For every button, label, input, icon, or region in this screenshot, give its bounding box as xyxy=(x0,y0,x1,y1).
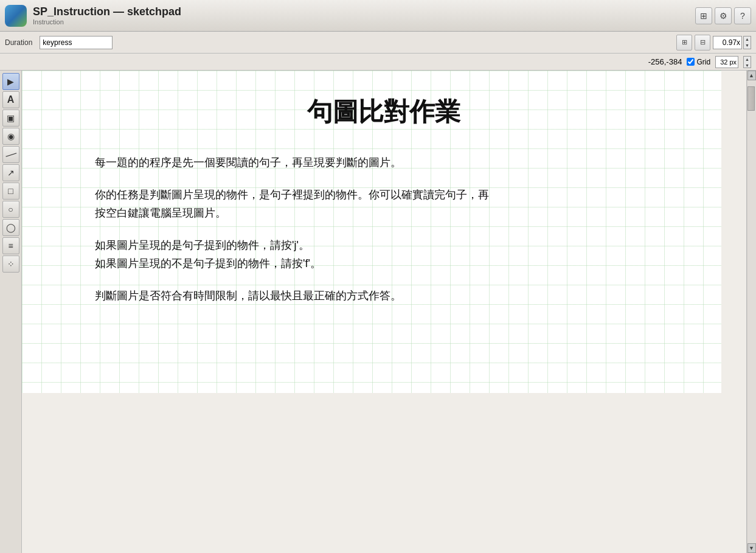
rect-icon: □ xyxy=(8,186,13,196)
coords-display: -256,-384 xyxy=(648,57,682,66)
help-icon: ? xyxy=(740,11,745,21)
rect-tool-btn[interactable]: □ xyxy=(2,183,19,200)
grid-checkbox-label[interactable]: Grid xyxy=(687,58,710,66)
settings-icon: ⚙ xyxy=(720,11,727,21)
canvas-paragraph-4: 判斷圖片是否符合有時間限制，請以最快且最正確的方式作答。 xyxy=(95,287,673,305)
toolbar: Duration ⊞ ⊟ ▲ ▼ xyxy=(0,32,756,54)
image-tool-btn[interactable]: ▣ xyxy=(2,110,19,127)
help-button[interactable]: ? xyxy=(734,7,751,24)
dots-icon: ⁘ xyxy=(7,259,15,269)
grid-checkbox[interactable] xyxy=(687,58,695,66)
zoom-down-icon[interactable]: ▼ xyxy=(744,43,751,49)
canvas-body: 每一題的的程序是先一個要閱讀的句子，再呈現要判斷的圖片。 你的任務是判斷圖片呈現… xyxy=(95,153,673,305)
line-icon: ╱ xyxy=(5,150,16,160)
main-area: ▶ A ▣ ◉ ╱ ↗ □ ○ ◯ ≡ ⁘ 句圖比對作業 每一題的的程序是先一個… xyxy=(0,71,756,553)
zoom-spinner[interactable]: ▲ ▼ xyxy=(743,36,751,49)
align-icon-btn[interactable]: ⊟ xyxy=(695,35,710,50)
scroll-down-arrow[interactable]: ▼ xyxy=(747,543,756,553)
app-name: SP_Instruction xyxy=(33,5,110,18)
zoom-input[interactable] xyxy=(713,36,742,49)
hatch-tool-btn[interactable]: ≡ xyxy=(2,237,19,254)
scroll-up-arrow[interactable]: ▲ xyxy=(747,71,756,80)
canvas-title: 句圖比對作業 xyxy=(95,95,673,129)
arrow-icon: ↗ xyxy=(7,168,15,178)
canvas-paragraph-3: 如果圖片呈現的是句子提到的物件，請按'j'。如果圖片呈現的不是句子提到的物件，請… xyxy=(95,236,673,273)
zoom-up-icon[interactable]: ▲ xyxy=(744,37,751,43)
scroll-thumb[interactable] xyxy=(747,86,755,111)
hatch-icon: ≡ xyxy=(8,241,13,251)
app-icon xyxy=(5,5,27,27)
select-icon: ▶ xyxy=(7,77,14,86)
select-tool-btn[interactable]: ▶ xyxy=(2,73,19,90)
canvas-content: 句圖比對作業 每一題的的程序是先一個要閱讀的句子，再呈現要判斷的圖片。 你的任務… xyxy=(22,71,721,343)
grid-up-icon[interactable]: ▲ xyxy=(744,57,751,63)
canvas-scrollbar: ▲ ▼ xyxy=(746,71,756,553)
app-subtitle: Instruction xyxy=(33,18,181,26)
eye-tool-btn[interactable]: ◉ xyxy=(2,128,19,145)
settings-button[interactable]: ⚙ xyxy=(715,7,732,24)
grid-label-text: Grid xyxy=(696,58,710,66)
duration-label: Duration xyxy=(5,38,32,47)
circle-icon: ○ xyxy=(8,204,13,214)
arrow-tool-btn[interactable]: ↗ xyxy=(2,164,19,181)
grid-icon-btn[interactable]: ⊞ xyxy=(676,35,692,50)
zoom-display: ▲ ▼ xyxy=(713,36,751,49)
fullscreen-icon: ⊞ xyxy=(700,11,707,21)
canvas-paragraph-1: 每一題的的程序是先一個要閱讀的句子，再呈現要判斷的圖片。 xyxy=(95,153,673,172)
text-tool-btn[interactable]: A xyxy=(2,91,19,108)
scroll-track[interactable] xyxy=(747,80,756,543)
canvas-paragraph-2: 你的任務是判斷圖片呈現的物件，是句子裡提到的物件。你可以確實讀完句子，再按空白鍵… xyxy=(95,186,673,223)
canvas-scroll[interactable]: 句圖比對作業 每一題的的程序是先一個要閱讀的句子，再呈現要判斷的圖片。 你的任務… xyxy=(22,71,746,553)
text-icon: A xyxy=(7,94,15,105)
grid-icon: ⊞ xyxy=(682,38,687,46)
circle-tool-btn[interactable]: ○ xyxy=(2,201,19,218)
title-bar: SP_Instruction — sketchpad Instruction ⊞… xyxy=(0,0,756,32)
tools-panel: ▶ A ▣ ◉ ╱ ↗ □ ○ ◯ ≡ ⁘ xyxy=(0,71,22,553)
line-tool-btn[interactable]: ╱ xyxy=(2,146,19,163)
toolbar2: -256,-384 Grid ▲ ▼ xyxy=(0,54,756,71)
duration-input[interactable] xyxy=(40,36,113,49)
fullscreen-button[interactable]: ⊞ xyxy=(695,7,712,24)
ellipse-icon: ◯ xyxy=(6,223,16,232)
canvas-container: 句圖比對作業 每一題的的程序是先一個要閱讀的句子，再呈現要判斷的圖片。 你的任務… xyxy=(22,71,746,553)
canvas: 句圖比對作業 每一題的的程序是先一個要閱讀的句子，再呈現要判斷的圖片。 你的任務… xyxy=(22,71,721,393)
align-icon: ⊟ xyxy=(700,38,706,46)
title-buttons: ⊞ ⚙ ? xyxy=(695,7,751,24)
image-icon: ▣ xyxy=(7,113,15,123)
app-title: SP_Instruction — sketchpad xyxy=(33,5,181,18)
ellipse-tool-btn[interactable]: ◯ xyxy=(2,219,19,236)
grid-size-input[interactable] xyxy=(715,56,738,68)
grid-size-spinner[interactable]: ▲ ▼ xyxy=(743,56,751,68)
toolbar-right: ⊞ ⊟ ▲ ▼ xyxy=(676,35,751,50)
title-separator: — xyxy=(113,5,127,18)
window-name: sketchpad xyxy=(127,5,181,18)
grid-down-icon[interactable]: ▼ xyxy=(744,63,751,69)
dots-tool-btn[interactable]: ⁘ xyxy=(2,256,19,273)
title-text-group: SP_Instruction — sketchpad Instruction xyxy=(33,5,181,26)
eye-icon: ◉ xyxy=(7,131,15,141)
